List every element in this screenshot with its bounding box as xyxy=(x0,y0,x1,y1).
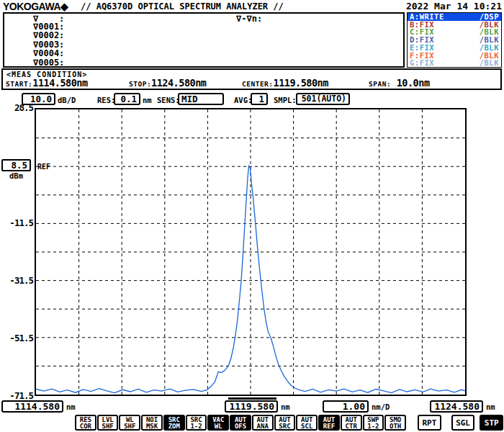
softkey-stp[interactable]: STP xyxy=(480,415,503,431)
yokogawa-logo: YOKOGAWA◆ xyxy=(3,1,68,12)
softkey-noi-msk[interactable]: NOIMSK xyxy=(141,415,163,431)
softkey-src-1-2[interactable]: SRC1-2 xyxy=(186,415,207,431)
marker-list-panel: ∇ : ∇-∇n: ∇0001: ∇0002: ∇0003: ∇0004: ∇0… xyxy=(3,12,405,68)
meas-item-start: START:1114.580nm xyxy=(6,76,88,89)
y-axis-tick-label: -51.5 xyxy=(0,333,33,343)
scale-per-div-unit: nm/D xyxy=(372,402,390,411)
meas-value: 1114.580nm xyxy=(32,77,87,89)
instrument-title: // AQ6370D OPTICAL SPECTRUM ANALYZER // xyxy=(81,1,284,12)
start-wl-field[interactable]: 1114.580 xyxy=(1,400,63,413)
softkey-aut-src[interactable]: AUTSRC xyxy=(274,415,296,431)
softkey-aut-ofs[interactable]: AUTOFS xyxy=(230,415,251,431)
trace-display-state: /BLK xyxy=(480,59,499,67)
x-axis-row: 1114.580 nm 1119.580 nm 1.00 nm/D 1124.5… xyxy=(0,400,504,414)
trace-mode-label: G:FIX xyxy=(410,59,434,67)
sens-label: SENS: xyxy=(157,96,180,104)
meas-label: START: xyxy=(6,80,32,88)
meas-item-stop: STOP:1124.580nm xyxy=(129,76,206,89)
start-wl-unit: nm xyxy=(66,402,76,411)
datetime: 2022 Mar 14 10:21 xyxy=(406,1,502,12)
spectrum-chart[interactable]: REF xyxy=(35,108,467,396)
marker-delta-header: ∇-∇n: xyxy=(236,14,262,24)
y-axis-tick-label: -11.5 xyxy=(0,217,33,228)
brand-text: YOKOGAWA xyxy=(3,1,60,12)
center-wl-unit: nm xyxy=(281,402,290,411)
softkey-wl-shf[interactable]: WLSHF xyxy=(119,415,140,431)
y-axis-tick-label: -31.5 xyxy=(0,275,33,286)
smpl-field[interactable]: 501(AUTO) xyxy=(296,93,350,105)
meas-label: SPAN: xyxy=(369,80,391,88)
osa-screen: { "header": { "brand": "YOKOGAWA", "bran… xyxy=(0,0,504,432)
res-label: RES: xyxy=(97,96,115,104)
y-axis-unit: dBm xyxy=(9,171,23,180)
sens-field[interactable]: MID xyxy=(178,93,224,105)
stop-wl-field[interactable]: 1124.580 xyxy=(430,400,483,413)
res-unit: nm xyxy=(143,96,152,104)
softkey-res-cor[interactable]: RESCOR xyxy=(75,415,96,431)
ref-level-field[interactable]: 8.5 xyxy=(1,159,31,171)
trace-status-g[interactable]: G:FIX/BLK xyxy=(408,59,501,67)
header-bar: YOKOGAWA◆ // AQ6370D OPTICAL SPECTRUM AN… xyxy=(0,0,504,12)
brand-diamond-icon: ◆ xyxy=(60,1,68,12)
softkey-smo-oth[interactable]: SMOOTH xyxy=(384,415,406,431)
softkey-sgl[interactable]: SGL xyxy=(451,415,475,431)
softkey-lvl-shf[interactable]: LVLSHF xyxy=(97,415,119,431)
softkey-aut-ctr[interactable]: AUTCTR xyxy=(341,415,362,431)
center-wl-field[interactable]: 1119.580 xyxy=(225,400,278,413)
marker-rows: ∇0001: ∇0002: ∇0003: ∇0004: ∇0005: xyxy=(33,22,64,67)
avg-field[interactable]: 1 xyxy=(251,93,268,105)
softkey-src-zom[interactable]: SRCZOM xyxy=(163,415,185,431)
trace-status-e[interactable]: E:FIX/BLK xyxy=(408,44,501,52)
softkey-swp-1-2[interactable]: SWP1-2 xyxy=(363,415,384,431)
ref-line-label: REF xyxy=(37,163,50,171)
avg-label: AVG: xyxy=(234,96,252,104)
sweep-settings-row: 10.0 dB/D RES: 0.1 nm SENS: MID AVG: 1 S… xyxy=(0,93,504,107)
trace-status-panel: A:WRITE/DSPB:FIX/BLKC:FIX/BLKD:FIX/BLKE:… xyxy=(407,12,502,68)
softkey-vac-wl[interactable]: VACWL xyxy=(207,415,229,431)
meas-value: 1124.580nm xyxy=(151,77,206,89)
res-field[interactable]: 0.1 xyxy=(114,93,140,105)
softkey-aut-ref[interactable]: AUTREF xyxy=(318,415,340,431)
meas-condition-panel: <MEAS CONDITION> START:1114.580nmSTOP:11… xyxy=(1,68,502,90)
meas-label: CENTER: xyxy=(242,80,274,88)
scale-per-div-field[interactable]: 1.00 xyxy=(323,400,369,413)
meas-label: STOP: xyxy=(129,80,151,88)
level-scale-unit: dB/D xyxy=(58,96,76,104)
meas-value: 1119.580nm xyxy=(274,77,328,89)
trace-mode-label: E:FIX xyxy=(410,44,434,52)
stop-wl-unit: nm xyxy=(486,402,495,411)
softkey-aut-ana[interactable]: AUTANA xyxy=(252,415,274,431)
y-axis-tick-label: 28.5 xyxy=(0,102,33,113)
meas-condition-values: START:1114.580nmSTOP:1124.580nmCENTER:11… xyxy=(3,77,500,90)
trace-display-state: /BLK xyxy=(480,44,499,52)
softkey-rpt[interactable]: RPT xyxy=(418,415,441,431)
smpl-label: SMPL: xyxy=(274,96,297,104)
chart-canvas: REF xyxy=(36,109,465,395)
meas-item-span: SPAN: 10.0nm xyxy=(369,76,430,89)
meas-item-center: CENTER:1119.580nm xyxy=(242,76,328,89)
softkey-bar: RESCORLVLSHFWLSHFNOIMSKSRCZOMSRC1-2VACWL… xyxy=(75,415,504,431)
softkey-aut-scl[interactable]: AUTSCL xyxy=(296,415,318,431)
meas-value: 10.0nm xyxy=(391,77,429,89)
